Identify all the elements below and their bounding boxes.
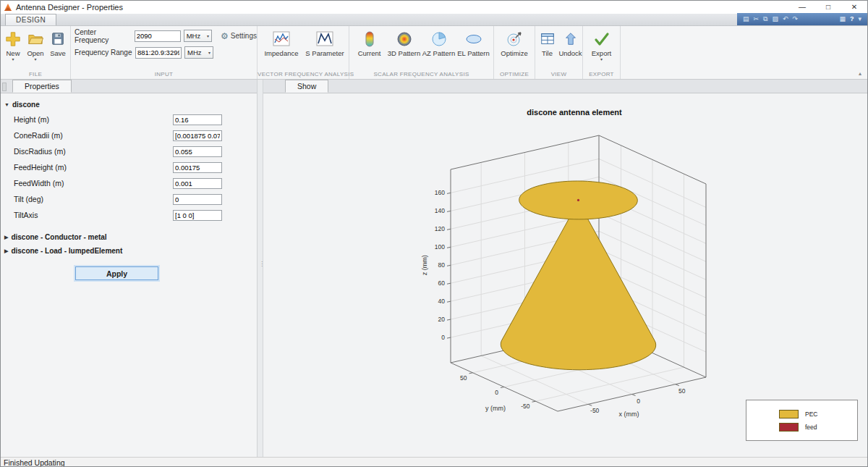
section-label-input: INPUT (71, 71, 257, 77)
el-pattern-icon (465, 30, 482, 49)
legend-label-pec: PEC (805, 411, 817, 418)
plot-legend: PEC feed (746, 400, 858, 441)
center-frequency-unit-select[interactable]: MHz ▾ (184, 30, 212, 42)
section-label-scalar: SCALAR FREQUENCY ANALYSIS (349, 71, 493, 77)
svg-text:50: 50 (678, 387, 686, 395)
expander-open-icon: ▼ (4, 102, 9, 107)
ribbon-section-input: Center Frequency MHz ▾ ⚙ Settings Freque… (71, 26, 258, 79)
cut-icon[interactable]: ✂ (754, 14, 760, 25)
tile-grid-icon (540, 30, 556, 49)
az-pattern-button[interactable]: AZ Pattern (422, 30, 456, 57)
property-row: TiltAxis (1, 207, 257, 223)
settings-button[interactable]: ⚙ Settings (221, 32, 257, 41)
close-button[interactable]: ✕ (841, 1, 867, 14)
svg-text:x (mm): x (mm) (619, 411, 639, 418)
legend-item-pec: PEC (746, 410, 857, 418)
tilt-label: Tilt (deg) (14, 195, 173, 203)
s-parameter-button[interactable]: S Parameter (303, 30, 346, 57)
apply-button[interactable]: Apply (75, 266, 158, 280)
svg-text:140: 140 (435, 207, 445, 214)
help-icon[interactable]: ? (850, 14, 854, 25)
svg-text:-50: -50 (590, 407, 600, 414)
gear-icon: ⚙ (221, 32, 229, 41)
el-pattern-button[interactable]: EL Pattern (456, 30, 491, 57)
discradius-label: DiscRadius (m) (14, 147, 173, 156)
tiltaxis-input[interactable] (173, 210, 222, 221)
legend-label-feed: feed (805, 424, 817, 431)
center-frequency-label: Center Frequency (75, 28, 132, 44)
quick-access-toolbar: ▤ ✂ ⧉ ▨ ↶ ↷ ▦ ? ▾ (737, 13, 867, 25)
status-text: Finished Updating (4, 458, 65, 467)
property-row: Tilt (deg) (1, 191, 257, 207)
panel-splitter[interactable]: ⋮ (258, 80, 263, 457)
svg-text:100: 100 (435, 243, 445, 251)
svg-text:50: 50 (460, 374, 467, 382)
tab-properties[interactable]: Properties (12, 80, 72, 93)
property-row: Height (m) (1, 112, 257, 127)
frequency-range-unit-select[interactable]: MHz ▾ (184, 46, 213, 59)
center-frequency-input[interactable] (135, 30, 181, 42)
status-bar: Finished Updating (1, 457, 867, 467)
undock-button[interactable]: Undock (559, 30, 582, 57)
feedheight-input[interactable] (173, 162, 222, 173)
svg-text:discone antenna element: discone antenna element (527, 108, 622, 117)
svg-text:0: 0 (637, 397, 640, 405)
maximize-button[interactable]: □ (815, 1, 841, 14)
section-label-optimize: OPTIMIZE (494, 71, 535, 77)
chevron-down-icon: ▾ (208, 50, 210, 55)
undo-icon[interactable]: ↶ (783, 14, 788, 25)
feedwidth-input[interactable] (173, 178, 222, 189)
impedance-button[interactable]: Impedance (260, 30, 303, 57)
discradius-input[interactable] (173, 146, 222, 157)
properties-panel: Properties ▼ discone Height (m) ConeRadi… (1, 80, 258, 457)
svg-text:y (mm): y (mm) (485, 405, 506, 412)
export-button[interactable]: Export ▾ (592, 30, 611, 62)
property-row: ConeRadii (m) (1, 127, 257, 143)
svg-text:40: 40 (438, 298, 446, 305)
paste-icon[interactable]: ▨ (773, 14, 779, 25)
tilt-input[interactable] (173, 194, 222, 205)
properties-tabstrip: Properties (1, 80, 257, 93)
pattern-3d-icon (396, 30, 413, 49)
quick-save-icon[interactable]: ▤ (743, 14, 749, 25)
tile-button[interactable]: Tile (536, 30, 559, 57)
tab-design[interactable]: DESIGN (5, 14, 56, 25)
tab-show[interactable]: Show (285, 80, 328, 93)
svg-text:20: 20 (438, 316, 446, 323)
chevron-down-icon[interactable]: ▾ (858, 14, 861, 25)
svg-text:120: 120 (435, 225, 445, 232)
ribbon-section-optimize: Optimize OPTIMIZE (494, 26, 535, 79)
toolstrip-tab-row: DESIGN ▤ ✂ ⧉ ▨ ↶ ↷ ▦ ? ▾ (1, 14, 867, 26)
frequency-range-input[interactable] (135, 47, 182, 59)
redo-icon[interactable]: ↷ (793, 14, 799, 25)
property-row: DiscRadius (m) (1, 143, 257, 159)
coneradii-input[interactable] (173, 130, 222, 141)
copy-icon[interactable]: ⧉ (763, 14, 767, 25)
save-button[interactable]: Save (47, 30, 69, 57)
impedance-plot-icon (272, 30, 291, 49)
ribbon-section-export: Export ▾ EXPORT (583, 26, 621, 79)
minimize-button[interactable]: — (789, 1, 815, 14)
height-input[interactable] (173, 114, 222, 125)
ribbon-collapse-icon[interactable]: ▴ (859, 70, 861, 77)
current-button[interactable]: Current (352, 30, 387, 57)
ribbon-section-scalar: Current 3D Pattern AZ Pattern EL Pattern (349, 26, 494, 79)
chevron-down-icon: ▾ (12, 57, 14, 62)
feedheight-label: FeedHeight (m) (14, 163, 173, 172)
current-icon (362, 30, 378, 49)
svg-text:60: 60 (438, 279, 446, 287)
chevron-down-icon: ▾ (600, 57, 603, 62)
open-button[interactable]: Open ▾ (25, 30, 47, 62)
height-label: Height (m) (14, 115, 173, 124)
new-button[interactable]: New ▾ (2, 30, 25, 62)
layout-icon[interactable]: ▦ (839, 14, 846, 25)
pattern-3d-button[interactable]: 3D Pattern (387, 30, 422, 57)
ribbon-spacer: ▴ (621, 26, 867, 79)
frequency-range-label: Frequency Range (75, 49, 132, 56)
expander-collapsed-icon: ▶ (4, 248, 8, 254)
optimize-button[interactable]: Optimize (501, 30, 527, 57)
section-header-conductor[interactable]: ▶ discone - Conductor - metal (1, 230, 257, 244)
splitter-handle: ⋮ (259, 262, 261, 266)
section-header-load[interactable]: ▶ discone - Load - lumpedElement (1, 244, 257, 258)
section-header-discone[interactable]: ▼ discone (1, 98, 257, 112)
